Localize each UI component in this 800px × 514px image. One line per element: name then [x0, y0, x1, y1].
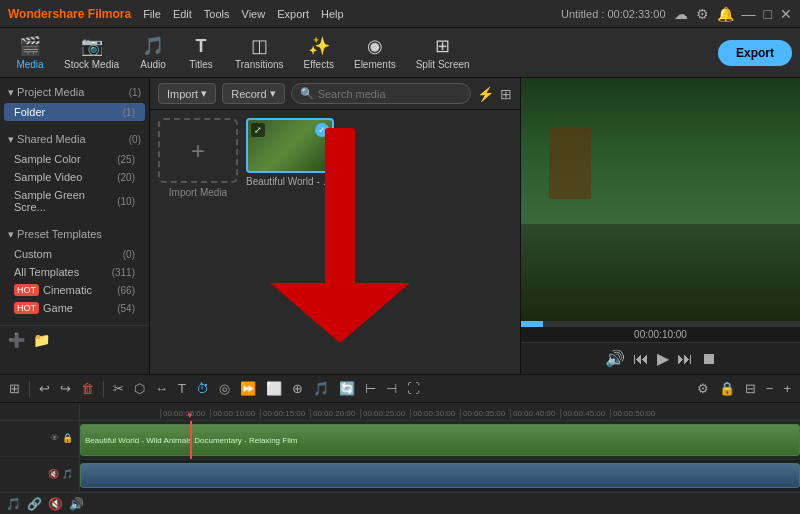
sidebar-item-game[interactable]: HOT Game (54) — [0, 299, 149, 317]
video-clip[interactable]: Beautiful World - Wild Animals Documenta… — [80, 424, 800, 456]
tool-stock-media[interactable]: 📷 Stock Media — [56, 31, 127, 74]
sidebar-item-sample-video[interactable]: Sample Video (20) — [0, 168, 149, 186]
clock-btn[interactable]: ⏱ — [193, 379, 212, 398]
trim-btn[interactable]: ⊣ — [383, 379, 400, 398]
folder-icon[interactable]: 📁 — [33, 332, 50, 348]
folder-count: (1) — [123, 107, 135, 118]
timeline-bottom: 🎵 🔗 🔇 🔊 — [0, 492, 800, 514]
play-icon[interactable]: ▶ — [657, 349, 669, 368]
fit-btn[interactable]: ⊟ — [742, 379, 759, 398]
menu-file[interactable]: File — [143, 8, 161, 20]
split-btn[interactable]: ⊢ — [362, 379, 379, 398]
tracks-container: Beautiful World - Wild Animals Documenta… — [80, 421, 800, 492]
filter-icon[interactable]: ⚡ — [477, 86, 494, 102]
sidebar-item-cinematic[interactable]: HOT Cinematic (66) — [0, 281, 149, 299]
shared-media-header[interactable]: ▾ Shared Media (0) — [0, 129, 149, 150]
add-media-area[interactable]: + Import Media — [158, 118, 238, 198]
cloud-icon[interactable]: ☁ — [674, 6, 688, 22]
menu-help[interactable]: Help — [321, 8, 344, 20]
shared-media-section: ▾ Shared Media (0) Sample Color (25) Sam… — [0, 125, 149, 220]
preset-templates-label: ▾ Preset Templates — [8, 228, 102, 241]
track-lock-icon[interactable]: 🔒 — [62, 433, 73, 443]
tool-transitions[interactable]: ◫ Transitions — [227, 31, 292, 74]
menu-export[interactable]: Export — [277, 8, 309, 20]
maximize-icon[interactable]: □ — [764, 6, 772, 22]
undo-btn[interactable]: ↩ — [36, 379, 53, 398]
voice-btn[interactable]: 🔄 — [336, 379, 358, 398]
sample-color-count: (25) — [117, 154, 135, 165]
sidebar-item-custom[interactable]: Custom (0) — [0, 245, 149, 263]
notification-icon[interactable]: 🔔 — [717, 6, 734, 22]
media-grid: + Import Media ⤢ ✓ Beautiful World - Wil… — [150, 110, 520, 374]
zoom-out-btn[interactable]: − — [763, 379, 777, 398]
title-bar-icons: ☁ ⚙ 🔔 — □ ✕ — [674, 6, 792, 22]
rotate-btn[interactable]: ↔ — [152, 379, 171, 398]
stop-icon[interactable]: ⏹ — [701, 350, 717, 368]
media-thumb-beautiful-world[interactable]: ⤢ ✓ Beautiful World - Wild A... — [246, 118, 334, 198]
menu-view[interactable]: View — [242, 8, 266, 20]
audio-mute-icon[interactable]: 🔇 — [48, 469, 59, 479]
preset-templates-header[interactable]: ▾ Preset Templates — [0, 224, 149, 245]
mute-bottom-icon[interactable]: 🔇 — [48, 497, 63, 511]
stock-icon: 📷 — [81, 35, 103, 57]
lock-btn[interactable]: 🔒 — [716, 379, 738, 398]
sidebar-item-all-templates[interactable]: All Templates (311) — [0, 263, 149, 281]
redo-btn[interactable]: ↪ — [57, 379, 74, 398]
record-button[interactable]: Record ▾ — [222, 83, 284, 104]
settings-tl-btn[interactable]: ⚙ — [694, 379, 712, 398]
tool-titles[interactable]: T Titles — [179, 32, 223, 74]
tool-effects[interactable]: ✨ Effects — [296, 31, 342, 74]
settings-icon[interactable]: ⚙ — [696, 6, 709, 22]
crop-btn[interactable]: ⬡ — [131, 379, 148, 398]
tool-media[interactable]: 🎬 Media — [8, 31, 52, 74]
expand-tl-btn[interactable]: ⛶ — [404, 379, 423, 398]
audio-track-icon[interactable]: 🎵 — [62, 469, 73, 479]
all-templates-count: (311) — [112, 267, 135, 278]
audio-bottom-icon[interactable]: 🎵 — [6, 497, 21, 511]
sample-video-label: Sample Video — [14, 171, 82, 183]
snap-btn[interactable]: ⊕ — [289, 379, 306, 398]
text-btn[interactable]: T — [175, 379, 189, 398]
volume-bottom-icon[interactable]: 🔊 — [69, 497, 84, 511]
mask-btn[interactable]: ◎ — [216, 379, 233, 398]
sidebar-item-folder[interactable]: Folder (1) — [4, 103, 145, 121]
audio-btn[interactable]: 🎵 — [310, 379, 332, 398]
delete-btn[interactable]: 🗑 — [78, 379, 97, 398]
import-media-label: Import Media — [158, 187, 238, 198]
speed-btn[interactable]: ⏩ — [237, 379, 259, 398]
tool-elements[interactable]: ◉ Elements — [346, 31, 404, 74]
grid-icon[interactable]: ⊞ — [500, 86, 512, 102]
volume-icon[interactable]: 🔊 — [605, 349, 625, 368]
zoom-in-btn[interactable]: + — [780, 379, 794, 398]
skip-back-icon[interactable]: ⏮ — [633, 350, 649, 368]
thumb-beautiful-world-img[interactable]: ⤢ ✓ — [246, 118, 334, 173]
playhead[interactable] — [190, 421, 192, 459]
close-icon[interactable]: ✕ — [780, 6, 792, 22]
sidebar-item-sample-green[interactable]: Sample Green Scre... (10) — [0, 186, 149, 216]
ruler-mark: 00:00:25:00 — [360, 409, 410, 418]
import-button[interactable]: Import ▾ — [158, 83, 216, 104]
add-folder-icon[interactable]: ➕ — [8, 332, 25, 348]
skip-fwd-icon[interactable]: ⏭ — [677, 350, 693, 368]
export-button[interactable]: Export — [718, 40, 792, 66]
link-icon[interactable]: 🔗 — [27, 497, 42, 511]
undo-icon[interactable]: ⊞ — [6, 379, 23, 398]
preview-video — [521, 78, 800, 321]
game-label: Game — [43, 302, 73, 314]
color-btn[interactable]: ⬜ — [263, 379, 285, 398]
ruler-mark: 00:00:10:00 — [210, 409, 260, 418]
tool-titles-label: Titles — [189, 59, 213, 70]
tool-split-screen[interactable]: ⊞ Split Screen — [408, 31, 478, 74]
cut-btn[interactable]: ✂ — [110, 379, 127, 398]
project-media-header[interactable]: ▾ Project Media (1) — [0, 82, 149, 103]
audio-clip[interactable] — [80, 463, 800, 488]
track-labels: 👁 🔒 🔇 🎵 — [0, 403, 80, 492]
search-input[interactable] — [318, 88, 462, 100]
minimize-icon[interactable]: — — [742, 6, 756, 22]
sidebar-item-sample-color[interactable]: Sample Color (25) — [0, 150, 149, 168]
track-eye-icon[interactable]: 👁 — [50, 433, 59, 443]
add-media-button[interactable]: + — [158, 118, 238, 183]
tool-audio[interactable]: 🎵 Audio — [131, 31, 175, 74]
menu-edit[interactable]: Edit — [173, 8, 192, 20]
menu-tools[interactable]: Tools — [204, 8, 230, 20]
